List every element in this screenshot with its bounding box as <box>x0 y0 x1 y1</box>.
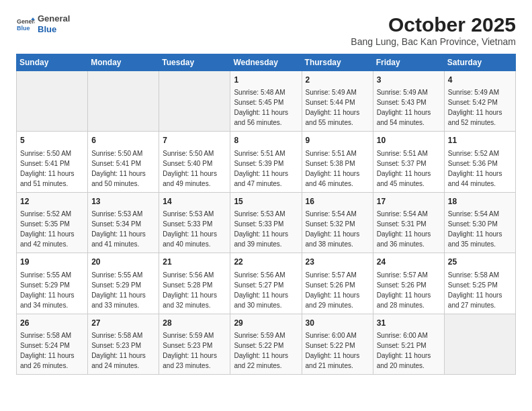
weekday-header-thursday: Thursday <box>302 54 373 71</box>
day-number: 9 <box>306 135 369 146</box>
calendar-cell: 18Sunrise: 5:54 AM Sunset: 5:30 PM Dayli… <box>444 192 515 253</box>
calendar-cell: 1Sunrise: 5:48 AM Sunset: 5:45 PM Daylig… <box>230 71 302 132</box>
calendar-cell: 6Sunrise: 5:50 AM Sunset: 5:41 PM Daylig… <box>88 132 159 192</box>
calendar-cell: 25Sunrise: 5:58 AM Sunset: 5:25 PM Dayli… <box>444 253 515 314</box>
day-number: 21 <box>163 257 226 268</box>
day-info: Sunrise: 5:52 AM Sunset: 5:35 PM Dayligh… <box>20 209 84 249</box>
day-number: 16 <box>306 196 369 208</box>
weekday-header: SundayMondayTuesdayWednesdayThursdayFrid… <box>17 54 516 71</box>
day-info: Sunrise: 5:54 AM Sunset: 5:31 PM Dayligh… <box>377 209 441 249</box>
day-info: Sunrise: 6:00 AM Sunset: 5:21 PM Dayligh… <box>377 330 441 371</box>
day-info: Sunrise: 5:53 AM Sunset: 5:33 PM Dayligh… <box>234 209 298 249</box>
calendar-week-2: 5Sunrise: 5:50 AM Sunset: 5:41 PM Daylig… <box>17 132 516 192</box>
day-info: Sunrise: 5:49 AM Sunset: 5:43 PM Dayligh… <box>377 87 441 128</box>
calendar-cell: 2Sunrise: 5:49 AM Sunset: 5:44 PM Daylig… <box>302 71 373 132</box>
calendar-cell: 3Sunrise: 5:49 AM Sunset: 5:43 PM Daylig… <box>373 71 444 132</box>
day-info: Sunrise: 6:00 AM Sunset: 5:22 PM Dayligh… <box>306 330 369 371</box>
day-number: 3 <box>377 75 441 86</box>
day-number: 14 <box>163 196 226 208</box>
calendar-cell <box>88 71 159 132</box>
calendar-cell: 16Sunrise: 5:54 AM Sunset: 5:32 PM Dayli… <box>302 192 373 253</box>
day-info: Sunrise: 5:57 AM Sunset: 5:26 PM Dayligh… <box>377 270 441 310</box>
calendar-cell: 13Sunrise: 5:53 AM Sunset: 5:34 PM Dayli… <box>88 192 159 253</box>
day-info: Sunrise: 5:58 AM Sunset: 5:25 PM Dayligh… <box>448 270 512 310</box>
day-number: 7 <box>163 135 226 146</box>
calendar-cell: 5Sunrise: 5:50 AM Sunset: 5:41 PM Daylig… <box>17 132 88 192</box>
day-info: Sunrise: 5:54 AM Sunset: 5:32 PM Dayligh… <box>306 209 369 249</box>
day-number: 27 <box>91 318 155 329</box>
calendar-cell: 31Sunrise: 6:00 AM Sunset: 5:21 PM Dayli… <box>373 314 444 374</box>
day-number: 10 <box>377 135 441 146</box>
weekday-header-tuesday: Tuesday <box>159 54 230 71</box>
calendar-cell: 12Sunrise: 5:52 AM Sunset: 5:35 PM Dayli… <box>17 192 88 253</box>
day-number: 26 <box>20 318 84 329</box>
day-number: 8 <box>234 135 298 146</box>
day-number: 30 <box>306 318 369 329</box>
day-number: 5 <box>20 135 84 146</box>
calendar-cell: 21Sunrise: 5:56 AM Sunset: 5:28 PM Dayli… <box>159 253 230 314</box>
day-info: Sunrise: 5:50 AM Sunset: 5:40 PM Dayligh… <box>163 148 226 189</box>
day-info: Sunrise: 5:58 AM Sunset: 5:24 PM Dayligh… <box>20 330 84 371</box>
calendar-week-1: 1Sunrise: 5:48 AM Sunset: 5:45 PM Daylig… <box>17 71 516 132</box>
day-info: Sunrise: 5:56 AM Sunset: 5:27 PM Dayligh… <box>234 270 298 310</box>
day-info: Sunrise: 5:53 AM Sunset: 5:33 PM Dayligh… <box>163 209 226 249</box>
weekday-header-friday: Friday <box>373 54 444 71</box>
calendar-cell: 8Sunrise: 5:51 AM Sunset: 5:39 PM Daylig… <box>230 132 302 192</box>
day-info: Sunrise: 5:52 AM Sunset: 5:36 PM Dayligh… <box>448 148 512 189</box>
calendar-cell: 19Sunrise: 5:55 AM Sunset: 5:29 PM Dayli… <box>17 253 88 314</box>
day-number: 11 <box>448 135 512 146</box>
day-info: Sunrise: 5:55 AM Sunset: 5:29 PM Dayligh… <box>91 270 155 310</box>
day-number: 12 <box>20 196 84 208</box>
calendar-cell: 23Sunrise: 5:57 AM Sunset: 5:26 PM Dayli… <box>302 253 373 314</box>
day-number: 20 <box>91 257 155 268</box>
calendar-table: SundayMondayTuesdayWednesdayThursdayFrid… <box>16 54 516 375</box>
day-info: Sunrise: 5:59 AM Sunset: 5:22 PM Dayligh… <box>234 330 298 371</box>
day-number: 6 <box>91 135 155 146</box>
logo: General Blue General Blue <box>16 13 70 34</box>
day-info: Sunrise: 5:51 AM Sunset: 5:39 PM Dayligh… <box>234 148 298 189</box>
logo-blue: Blue <box>38 24 70 35</box>
day-info: Sunrise: 5:56 AM Sunset: 5:28 PM Dayligh… <box>163 270 226 310</box>
calendar-cell: 20Sunrise: 5:55 AM Sunset: 5:29 PM Dayli… <box>88 253 159 314</box>
day-number: 13 <box>91 196 155 208</box>
calendar-cell: 14Sunrise: 5:53 AM Sunset: 5:33 PM Dayli… <box>159 192 230 253</box>
svg-text:Blue: Blue <box>17 25 30 32</box>
calendar-cell: 17Sunrise: 5:54 AM Sunset: 5:31 PM Dayli… <box>373 192 444 253</box>
day-number: 4 <box>448 75 512 86</box>
day-number: 24 <box>377 257 441 268</box>
day-number: 23 <box>306 257 369 268</box>
calendar-cell: 7Sunrise: 5:50 AM Sunset: 5:40 PM Daylig… <box>159 132 230 192</box>
day-number: 31 <box>377 318 441 329</box>
calendar-cell <box>444 314 515 374</box>
calendar-cell: 10Sunrise: 5:51 AM Sunset: 5:37 PM Dayli… <box>373 132 444 192</box>
calendar-cell: 28Sunrise: 5:59 AM Sunset: 5:23 PM Dayli… <box>159 314 230 374</box>
calendar-cell: 15Sunrise: 5:53 AM Sunset: 5:33 PM Dayli… <box>230 192 302 253</box>
day-info: Sunrise: 5:50 AM Sunset: 5:41 PM Dayligh… <box>20 148 84 189</box>
day-info: Sunrise: 5:48 AM Sunset: 5:45 PM Dayligh… <box>234 87 298 128</box>
day-number: 22 <box>234 257 298 268</box>
calendar-cell: 24Sunrise: 5:57 AM Sunset: 5:26 PM Dayli… <box>373 253 444 314</box>
weekday-header-monday: Monday <box>88 54 159 71</box>
day-number: 2 <box>306 75 369 86</box>
calendar-cell <box>17 71 88 132</box>
weekday-header-wednesday: Wednesday <box>230 54 302 71</box>
day-number: 1 <box>234 75 298 86</box>
title-section: October 2025 Bang Lung, Bac Kan Province… <box>351 13 516 47</box>
day-info: Sunrise: 5:49 AM Sunset: 5:42 PM Dayligh… <box>448 87 512 128</box>
calendar-cell: 9Sunrise: 5:51 AM Sunset: 5:38 PM Daylig… <box>302 132 373 192</box>
day-info: Sunrise: 5:49 AM Sunset: 5:44 PM Dayligh… <box>306 87 369 128</box>
day-info: Sunrise: 5:54 AM Sunset: 5:30 PM Dayligh… <box>448 209 512 249</box>
day-number: 18 <box>448 196 512 208</box>
weekday-header-saturday: Saturday <box>444 54 515 71</box>
day-info: Sunrise: 5:53 AM Sunset: 5:34 PM Dayligh… <box>91 209 155 249</box>
calendar-week-4: 19Sunrise: 5:55 AM Sunset: 5:29 PM Dayli… <box>17 253 516 314</box>
calendar-cell <box>159 71 230 132</box>
day-number: 28 <box>163 318 226 329</box>
day-info: Sunrise: 5:57 AM Sunset: 5:26 PM Dayligh… <box>306 270 369 310</box>
day-info: Sunrise: 5:59 AM Sunset: 5:23 PM Dayligh… <box>163 330 226 371</box>
day-info: Sunrise: 5:58 AM Sunset: 5:23 PM Dayligh… <box>91 330 155 371</box>
weekday-header-sunday: Sunday <box>17 54 88 71</box>
day-number: 19 <box>20 257 84 268</box>
calendar-cell: 29Sunrise: 5:59 AM Sunset: 5:22 PM Dayli… <box>230 314 302 374</box>
location-subtitle: Bang Lung, Bac Kan Province, Vietnam <box>351 36 516 47</box>
